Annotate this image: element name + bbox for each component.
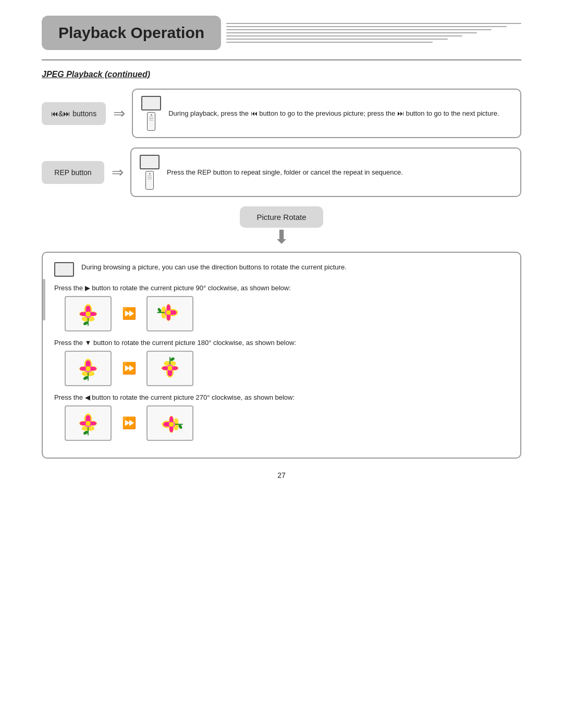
rep-button-row: REP button ⇒ Press the REP button to rep… [42, 147, 521, 197]
svg-point-7 [80, 312, 87, 316]
device-icons-1 [141, 96, 161, 131]
page-title: Playback Operation [58, 24, 204, 42]
skip-buttons-row: ⏮&⏭ buttons ⇒ During playback, press the… [42, 89, 521, 138]
rotation-90-example: Press the ▶ button to rotate the current… [54, 284, 509, 331]
big-info-header: During browsing a picture, you can use t… [54, 262, 509, 277]
row-arrow-1: ⇒ [106, 105, 132, 122]
svg-point-21 [166, 310, 171, 315]
svg-point-55 [80, 422, 87, 426]
picture-rotate-wrapper: Picture Rotate ⬇ [42, 206, 521, 246]
svg-point-30 [85, 360, 90, 367]
svg-point-54 [85, 415, 90, 422]
svg-point-32 [90, 367, 96, 371]
svg-point-56 [90, 422, 96, 426]
svg-point-9 [85, 312, 90, 316]
svg-point-8 [90, 312, 96, 316]
rotation-arrow-180: ⏩ [122, 362, 136, 375]
tv-icon-3 [54, 262, 74, 277]
rep-button-text: REP button [54, 168, 91, 177]
skip-buttons-info-box: During playback, press the ⏮ button to g… [132, 89, 521, 138]
flower-before-180 [65, 351, 112, 386]
flower-after-270 [146, 405, 193, 441]
svg-point-31 [80, 367, 87, 371]
header-title-box: Playback Operation [42, 16, 221, 50]
svg-point-6 [85, 305, 90, 312]
flower-before-90 [65, 296, 112, 331]
remote-icon-2 [145, 171, 154, 190]
svg-point-43 [172, 366, 178, 370]
svg-point-68 [169, 416, 173, 423]
picture-rotate-label: Picture Rotate [256, 213, 306, 221]
down-arrow-icon: ⬇ [274, 228, 289, 246]
rotation-270-example: Press the ◀ button to rotate the current… [54, 393, 509, 441]
rep-button-label: REP button [42, 161, 104, 184]
tv-icon-2 [140, 155, 160, 169]
svg-point-67 [169, 426, 173, 433]
rep-button-info-box: Press the REP button to repeat single, f… [130, 147, 521, 197]
svg-point-33 [85, 366, 90, 371]
rotation-180-example: Press the ▼ button to rotate the current… [54, 339, 509, 386]
subtitle: JPEG Playback (continued) [42, 70, 521, 79]
flower-after-90 [146, 296, 193, 331]
svg-point-69 [169, 422, 174, 427]
skip-buttons-description: During playback, press the ⏮ button to g… [168, 108, 499, 119]
tv-icon [141, 96, 161, 110]
rotation-270-images: ⏩ [65, 405, 509, 441]
svg-point-45 [167, 366, 172, 371]
rotation-90-label: Press the ▶ button to rotate the current… [54, 284, 509, 292]
rotation-180-label: Press the ▼ button to rotate the current… [54, 339, 509, 347]
rotation-270-label: Press the ◀ button to rotate the current… [54, 393, 509, 401]
svg-point-20 [167, 314, 170, 320]
rotation-arrow-90: ⏩ [122, 307, 136, 320]
svg-point-44 [162, 366, 169, 370]
device-icons-3 [54, 262, 74, 277]
left-stripe [43, 279, 45, 320]
page-number: 27 [42, 471, 521, 479]
big-info-box: During browsing a picture, you can use t… [42, 252, 521, 459]
intro-text: During browsing a picture, you can use t… [81, 262, 347, 273]
rep-button-description: Press the REP button to repeat single, f… [167, 167, 403, 178]
svg-point-19 [167, 304, 170, 311]
svg-point-18 [170, 310, 177, 315]
flower-before-270 [65, 405, 112, 441]
flower-after-180 [146, 351, 193, 386]
svg-point-57 [85, 421, 90, 426]
picture-rotate-box: Picture Rotate [240, 206, 323, 228]
header-separator [42, 59, 521, 60]
skip-buttons-text: ⏮&⏭ buttons [51, 109, 96, 118]
rotation-90-images: ⏩ [65, 296, 509, 331]
remote-icon [147, 112, 155, 131]
rotation-arrow-270: ⏩ [122, 416, 136, 430]
skip-buttons-label: ⏮&⏭ buttons [42, 102, 106, 125]
rotation-180-images: ⏩ [65, 351, 509, 386]
svg-point-66 [163, 422, 170, 427]
device-icons-2 [140, 155, 160, 190]
header-lines [221, 16, 521, 50]
header-section: Playback Operation [42, 16, 521, 50]
row-arrow-2: ⇒ [104, 164, 130, 181]
svg-point-42 [167, 369, 172, 376]
